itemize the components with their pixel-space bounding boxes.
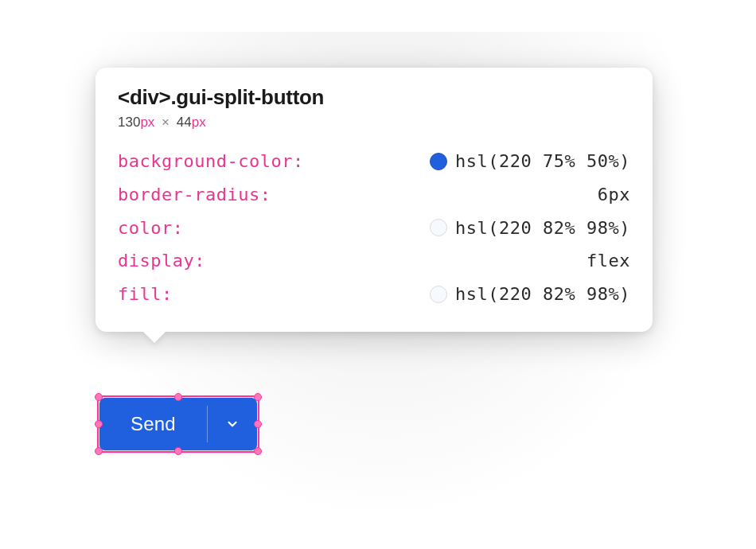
css-property-colon: :: [162, 278, 173, 311]
css-property-row: background-color:hsl(220 75% 50%): [118, 145, 630, 178]
css-property-value-text: hsl(220 75% 50%): [455, 145, 630, 178]
css-properties-list: background-color:hsl(220 75% 50%)border-…: [118, 145, 630, 311]
css-property-row: display:flex: [118, 244, 630, 278]
css-property-row: color:hsl(220 82% 98%): [118, 212, 630, 245]
tooltip-dimensions: 130px × 44px: [118, 115, 630, 130]
width-value: 130: [118, 115, 140, 130]
css-property-colon: :: [260, 178, 271, 212]
width-unit: px: [140, 115, 154, 130]
height-value: 44: [177, 115, 192, 130]
send-button-label: Send: [131, 413, 176, 435]
color-swatch-icon: [430, 286, 447, 303]
css-property-row: fill:hsl(220 82% 98%): [118, 278, 630, 311]
height-unit: px: [192, 115, 206, 130]
gui-split-button[interactable]: Send: [99, 398, 257, 450]
css-property-name: display: [118, 244, 194, 278]
css-property-colon: :: [293, 145, 304, 178]
css-property-value: flex: [586, 244, 630, 278]
tooltip-selector: <div>.gui-split-button: [118, 85, 630, 110]
inspected-element-wrapper: Send: [99, 398, 257, 450]
split-button-dropdown[interactable]: [208, 398, 257, 450]
css-property-value-text: flex: [586, 244, 630, 278]
css-property-value-text: hsl(220 82% 98%): [455, 278, 630, 311]
css-property-colon: :: [173, 212, 184, 245]
dimension-separator: ×: [162, 115, 170, 130]
css-property-row: border-radius:6px: [118, 178, 630, 212]
color-swatch-icon: [430, 153, 447, 170]
css-property-name: border-radius: [118, 178, 260, 212]
css-property-value: 6px: [598, 178, 630, 212]
css-property-name: background-color: [118, 145, 293, 178]
css-property-name: fill: [118, 278, 162, 311]
color-swatch-icon: [430, 219, 447, 236]
css-property-value-text: 6px: [598, 178, 630, 212]
chevron-down-icon: [225, 417, 240, 431]
css-property-value-text: hsl(220 82% 98%): [455, 212, 630, 245]
css-property-colon: :: [194, 244, 205, 278]
css-property-name: color: [118, 212, 173, 245]
devtools-tooltip: <div>.gui-split-button 130px × 44px back…: [95, 68, 653, 332]
css-property-value: hsl(220 82% 98%): [430, 278, 630, 311]
send-button[interactable]: Send: [99, 398, 207, 450]
css-property-value: hsl(220 75% 50%): [430, 145, 630, 178]
css-property-value: hsl(220 82% 98%): [430, 212, 630, 245]
